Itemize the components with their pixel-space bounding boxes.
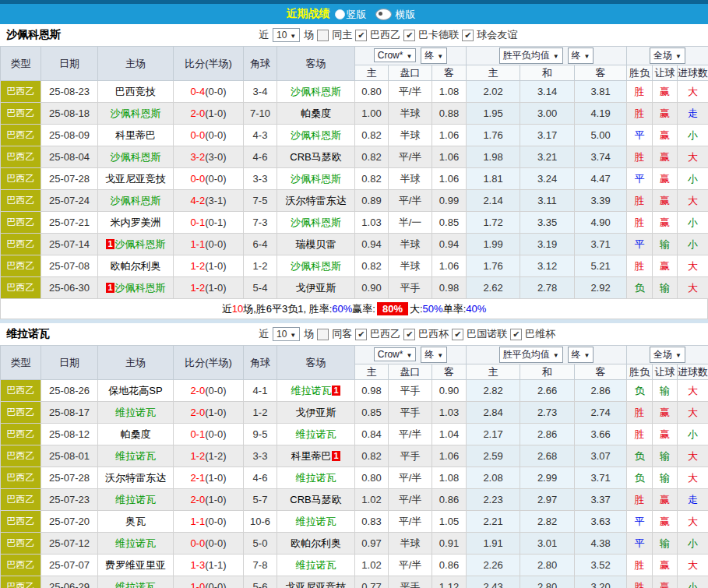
- away-team-name[interactable]: 沙佩科恩斯: [291, 86, 341, 97]
- home-team-name[interactable]: 欧帕尔利奥: [111, 260, 161, 272]
- away-team-name[interactable]: 沙佩科恩斯: [291, 260, 341, 272]
- away-team-name[interactable]: 维拉诺瓦: [296, 516, 336, 527]
- initial-final-select[interactable]: 终▼: [421, 48, 447, 64]
- avg-win-cell: 1.81: [467, 168, 520, 190]
- away-team-name[interactable]: 戈伊亚斯: [296, 407, 336, 418]
- initial-final-select[interactable]: 终▼: [421, 347, 447, 363]
- home-team-name[interactable]: 保地花高SP: [108, 385, 162, 396]
- corners-cell: 3-3: [244, 168, 277, 190]
- home-team-name[interactable]: 沙佩科恩斯: [115, 238, 166, 250]
- layout-radio-1[interactable]: [375, 9, 392, 20]
- avg-win-cell: 2.14: [467, 190, 520, 212]
- scope-select-value: 全场: [653, 349, 672, 360]
- avg-select[interactable]: 胜平负均值▼: [499, 347, 563, 363]
- away-team-name[interactable]: 沃尔特雷东达: [286, 195, 347, 206]
- league-checkbox[interactable]: ✔: [355, 329, 367, 340]
- match-row: 巴西乙25-06-301沙佩科恩斯1-2(1-0)5-4戈伊亚斯0.90平手0.…: [1, 277, 708, 299]
- league-checkbox[interactable]: ✔: [510, 329, 522, 340]
- away-team-name[interactable]: 沙佩科恩斯: [291, 173, 341, 185]
- result-wdl-cell: 胜: [627, 212, 653, 234]
- away-team-name[interactable]: 戈伊亚斯: [296, 282, 336, 294]
- home-team-cell: 沃尔特雷东达: [98, 467, 174, 489]
- league-type-cell: 巴西乙: [1, 255, 41, 277]
- home-team-name[interactable]: 维拉诺瓦: [115, 450, 156, 462]
- league-checkbox[interactable]: ✔: [403, 30, 415, 41]
- bookmaker-select[interactable]: Crow*▼: [374, 48, 417, 62]
- away-team-cell: 维拉诺瓦1: [277, 380, 355, 402]
- away-team-name[interactable]: CRB马瑟欧: [290, 151, 341, 163]
- initial-final-select-2-value: 终: [572, 349, 581, 360]
- home-team-name[interactable]: 沙佩科恩斯: [115, 282, 166, 294]
- home-team-name[interactable]: 科里蒂巴: [115, 129, 156, 141]
- odds-home-cell: 1.02: [355, 489, 389, 511]
- league-checkbox[interactable]: ✔: [355, 30, 367, 41]
- score-cell: 0-0(0-0): [174, 125, 244, 146]
- away-team-name[interactable]: 瑞模贝雷: [296, 238, 336, 250]
- scope-select[interactable]: 全场▼: [650, 347, 685, 363]
- layout-radio-0[interactable]: [335, 9, 345, 19]
- result-wdl-cell: 胜: [627, 402, 653, 424]
- result-goals-cell: 大: [678, 402, 708, 424]
- away-team-name[interactable]: 戈亚尼亚竞技: [286, 581, 347, 588]
- initial-final-select-2[interactable]: 终▼: [568, 347, 594, 363]
- league-checkbox[interactable]: [317, 329, 329, 340]
- full-score: 1-1: [190, 238, 205, 250]
- layout-radio-label: 横版: [396, 9, 416, 20]
- odds-home-cell: 0.89: [355, 190, 389, 212]
- away-team-name[interactable]: 欧帕尔利奥: [291, 537, 341, 549]
- full-score: 2-0: [190, 494, 205, 505]
- home-team-name[interactable]: 维拉诺瓦: [115, 494, 156, 505]
- bookmaker-select[interactable]: Crow*▼: [374, 347, 417, 361]
- league-checkbox[interactable]: ✔: [403, 329, 415, 340]
- away-team-name[interactable]: 帕桑度: [301, 107, 331, 119]
- away-team-name[interactable]: 维拉诺瓦: [291, 385, 331, 396]
- away-team-name[interactable]: 维拉诺瓦: [296, 472, 336, 484]
- league-checkbox[interactable]: ✔: [452, 329, 463, 340]
- match-date-cell: 25-08-17: [41, 402, 98, 424]
- home-team-name[interactable]: 帕桑度: [121, 428, 151, 440]
- match-count-select[interactable]: 10▼: [273, 28, 300, 42]
- home-team-name[interactable]: 沙佩科恩斯: [111, 195, 161, 206]
- away-team-name[interactable]: 科里蒂巴: [291, 450, 331, 462]
- corners-cell: 1-2: [244, 402, 277, 424]
- score-cell: 1-2(1-2): [174, 445, 244, 467]
- avg-draw-cell: 3.19: [520, 234, 575, 255]
- home-team-name[interactable]: 沙佩科恩斯: [111, 107, 161, 119]
- initial-final-select-2[interactable]: 终▼: [568, 48, 594, 64]
- summary-text: 50%: [423, 303, 443, 315]
- home-team-name[interactable]: 维拉诺瓦: [115, 581, 156, 588]
- handicap-cell: 平/半: [389, 190, 432, 212]
- scope-select[interactable]: 全场▼: [650, 48, 685, 64]
- red-card-badge: 1: [106, 239, 114, 249]
- away-team-name[interactable]: 沙佩科恩斯: [291, 217, 341, 228]
- home-team-name[interactable]: 戈亚尼亚竞技: [105, 173, 166, 185]
- away-team-name[interactable]: 沙佩科恩斯: [291, 129, 341, 141]
- league-checkbox[interactable]: [317, 30, 329, 41]
- result-wdl-cell: 平: [627, 234, 653, 255]
- avg-select[interactable]: 胜平负均值▼: [499, 48, 563, 64]
- score-cell: 2-0(1-0): [174, 103, 244, 125]
- home-team-name[interactable]: 沃尔特雷东达: [105, 472, 166, 484]
- home-team-name[interactable]: 沙佩科恩斯: [111, 151, 161, 163]
- match-count-select[interactable]: 10▼: [273, 327, 300, 341]
- away-team-name[interactable]: 维拉诺瓦: [296, 559, 336, 571]
- matches-table: 类型日期主场比分(半场)角球客场Crow*▼终▼胜平负均值▼终▼全场▼主盘口客主…: [0, 46, 708, 299]
- corners-cell: 6-4: [244, 234, 277, 255]
- league-checkbox[interactable]: ✔: [462, 30, 474, 41]
- home-team-name[interactable]: 维拉诺瓦: [115, 407, 156, 418]
- home-team-name[interactable]: 费罗维亚里亚: [105, 559, 166, 571]
- full-score: 4-2: [190, 195, 205, 206]
- result-goals-cell: 大: [678, 380, 708, 402]
- home-team-name[interactable]: 米内罗美洲: [111, 217, 161, 228]
- home-team-name[interactable]: 维拉诺瓦: [115, 537, 156, 549]
- away-team-name[interactable]: 维拉诺瓦: [296, 428, 336, 440]
- corners-cell: 5-4: [244, 277, 277, 299]
- chevron-down-icon: ▼: [437, 53, 443, 60]
- avg-win-cell: 1.95: [467, 103, 520, 125]
- section-away-team: 维拉诺瓦 近 10▼场 同客✔巴西乙✔巴西杯✔巴国诺联✔巴维杯 类型日期主场比分…: [0, 323, 708, 588]
- home-team-name[interactable]: 巴西竞技: [115, 86, 156, 97]
- away-team-name[interactable]: CRB马瑟欧: [290, 494, 341, 505]
- odds-away-cell: 0.85: [432, 212, 467, 234]
- result-goals-cell: 小: [678, 168, 708, 190]
- home-team-name[interactable]: 奥瓦: [125, 516, 146, 527]
